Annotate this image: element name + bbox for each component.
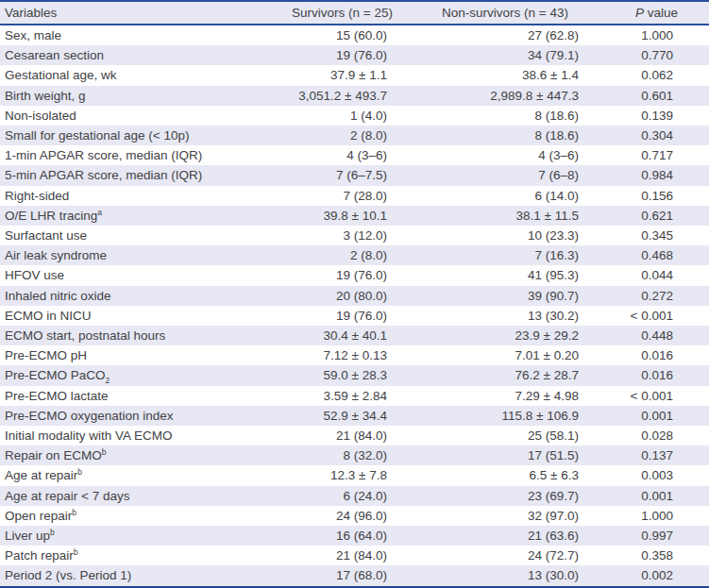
cell-p-value: 0.304	[604, 126, 709, 145]
cell-p-value: 0.601	[604, 86, 709, 106]
cell-p-value: 1.000	[604, 506, 709, 526]
p-value-rest: value	[644, 6, 678, 20]
cell-survivors: 12.3 ± 7.8	[279, 465, 406, 485]
cell-survivors: 7 (28.0)	[279, 186, 406, 206]
cell-survivors: 3.59 ± 2.84	[279, 386, 406, 406]
cell-p-value: 0.001	[604, 406, 709, 426]
cell-non-survivors: 8 (18.6)	[406, 106, 604, 126]
cell-variable: Age at repairb	[0, 465, 279, 485]
table-row: Non-isolated1 (4.0)8 (18.6)0.139	[0, 106, 709, 126]
cell-variable: Pre-ECMO lactate	[0, 386, 279, 406]
cell-p-value: 0.003	[604, 465, 709, 485]
table-row: O/E LHR tracinga39.8 ± 10.138.1 ± 11.50.…	[0, 206, 709, 226]
table-row: Cesarean section19 (76.0)34 (79.1)0.770	[0, 45, 709, 65]
cell-survivors: 39.8 ± 10.1	[279, 206, 406, 226]
cell-variable: Liver upb	[0, 526, 279, 546]
cell-non-survivors: 115.8 ± 106.9	[406, 406, 604, 426]
cell-p-value: 0.272	[604, 286, 709, 306]
cell-p-value: 0.468	[604, 245, 709, 265]
cell-p-value: 0.002	[604, 565, 709, 585]
table-row: Pre-ECMO lactate3.59 ± 2.847.29 ± 4.98< …	[0, 386, 709, 406]
cell-variable: Pre-ECMO pH	[0, 345, 279, 365]
cell-p-value: 0.016	[604, 345, 709, 365]
table-row: Surfactant use3 (12.0)10 (23.3)0.345	[0, 226, 709, 245]
table-row: Birth weight, g3,051.2 ± 493.72,989.8 ± …	[0, 86, 709, 106]
cell-p-value: 0.062	[604, 65, 709, 85]
cell-survivors: 17 (68.0)	[279, 565, 406, 585]
cell-variable: ECMO start, postnatal hours	[0, 326, 279, 345]
cell-non-survivors: 24 (72.7)	[406, 546, 604, 565]
cell-non-survivors: 38.1 ± 11.5	[406, 206, 604, 226]
cell-survivors: 1 (4.0)	[279, 106, 406, 126]
cell-p-value: 0.448	[604, 326, 709, 345]
cell-p-value: 0.156	[604, 186, 709, 206]
cell-non-survivors: 6.5 ± 6.3	[406, 465, 604, 485]
cell-non-survivors: 13 (30.0)	[406, 565, 604, 585]
cell-variable: Birth weight, g	[0, 86, 279, 106]
cell-variable: Gestational age, wk	[0, 65, 279, 85]
cell-variable: Cesarean section	[0, 45, 279, 65]
cell-p-value: < 0.001	[604, 386, 709, 406]
cell-survivors: 19 (76.0)	[279, 306, 406, 326]
table-row: Age at repairb12.3 ± 7.86.5 ± 6.30.003	[0, 465, 709, 485]
cell-non-survivors: 7 (16.3)	[406, 245, 604, 265]
cell-variable: Non-isolated	[0, 106, 279, 126]
survivors-comparison-table: Variables Survivors (n = 25) Non-survivo…	[0, 0, 709, 586]
cell-non-survivors: 76.2 ± 28.7	[406, 365, 604, 385]
cell-survivors: 59.0 ± 28.3	[279, 365, 406, 385]
cell-p-value: 0.770	[604, 45, 709, 65]
cell-variable: Right-sided	[0, 186, 279, 206]
cell-p-value: 0.044	[604, 265, 709, 285]
cell-survivors: 6 (24.0)	[279, 486, 406, 506]
cell-non-survivors: 7.01 ± 0.20	[406, 345, 604, 365]
cell-variable: Air leak syndrome	[0, 245, 279, 265]
cell-survivors: 21 (84.0)	[279, 426, 406, 445]
cell-survivors: 19 (76.0)	[279, 265, 406, 285]
table-row: Repair on ECMOb8 (32.0)17 (51.5)0.137	[0, 445, 709, 465]
cell-variable: Period 2 (vs. Period 1)	[0, 565, 279, 585]
cell-variable: Age at repair < 7 days	[0, 486, 279, 506]
cell-variable: 5-min APGAR score, median (IQR)	[0, 165, 279, 185]
header-row: Variables Survivors (n = 25) Non-survivo…	[0, 1, 709, 25]
cell-non-survivors: 21 (63.6)	[406, 526, 604, 546]
column-header-survivors: Survivors (n = 25)	[279, 1, 406, 25]
table-row: Period 2 (vs. Period 1)17 (68.0)13 (30.0…	[0, 565, 709, 585]
cell-survivors: 8 (32.0)	[279, 445, 406, 465]
cell-variable: Inhaled nitric oxide	[0, 286, 279, 306]
cell-variable: Pre-ECMO oxygenation index	[0, 406, 279, 426]
cell-survivors: 3,051.2 ± 493.7	[279, 86, 406, 106]
table-row: Air leak syndrome2 (8.0)7 (16.3)0.468	[0, 245, 709, 265]
cell-variable: Sex, male	[0, 25, 279, 45]
comparison-table-wrap: Variables Survivors (n = 25) Non-survivo…	[0, 0, 709, 588]
cell-variable: Surfactant use	[0, 226, 279, 245]
cell-p-value: 0.001	[604, 486, 709, 506]
table-row: ECMO start, postnatal hours30.4 ± 40.123…	[0, 326, 709, 345]
column-header-p-value: P value	[604, 1, 709, 25]
cell-non-survivors: 25 (58.1)	[406, 426, 604, 445]
cell-non-survivors: 2,989.8 ± 447.3	[406, 86, 604, 106]
cell-p-value: 0.621	[604, 206, 709, 226]
cell-survivors: 2 (8.0)	[279, 126, 406, 145]
table-body: Sex, male15 (60.0)27 (62.8)1.000Cesarean…	[0, 25, 709, 586]
table-row: Small for gestational age (< 10p)2 (8.0)…	[0, 126, 709, 145]
cell-p-value: 1.000	[604, 25, 709, 45]
cell-survivors: 37.9 ± 1.1	[279, 65, 406, 85]
cell-non-survivors: 6 (14.0)	[406, 186, 604, 206]
cell-survivors: 30.4 ± 40.1	[279, 326, 406, 345]
cell-non-survivors: 23.9 ± 29.2	[406, 326, 604, 345]
table-header: Variables Survivors (n = 25) Non-survivo…	[0, 1, 709, 25]
cell-non-survivors: 4 (3–6)	[406, 145, 604, 165]
cell-variable: ECMO in NICU	[0, 306, 279, 326]
table-row: Right-sided7 (28.0)6 (14.0)0.156	[0, 186, 709, 206]
cell-variable: Small for gestational age (< 10p)	[0, 126, 279, 145]
cell-variable: Open repairb	[0, 506, 279, 526]
table-row: Inhaled nitric oxide20 (80.0)39 (90.7)0.…	[0, 286, 709, 306]
cell-survivors: 52.9 ± 34.4	[279, 406, 406, 426]
cell-survivors: 21 (84.0)	[279, 546, 406, 565]
cell-survivors: 7 (6–7.5)	[279, 165, 406, 185]
cell-non-survivors: 38.6 ± 1.4	[406, 65, 604, 85]
cell-non-survivors: 34 (79.1)	[406, 45, 604, 65]
cell-survivors: 15 (60.0)	[279, 25, 406, 45]
cell-p-value: 0.345	[604, 226, 709, 245]
cell-variable: Patch repairb	[0, 546, 279, 565]
